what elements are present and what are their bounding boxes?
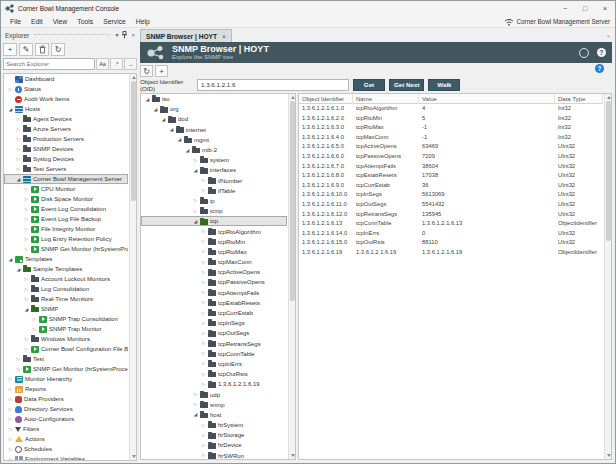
expander-icon[interactable]: ▷ [15, 367, 22, 372]
tree-item[interactable]: ▷File Integrity Monitor [4, 224, 128, 234]
tree-item[interactable]: ▷tcpMaxConn [141, 257, 287, 267]
refresh-button[interactable]: ↻ [140, 65, 153, 77]
expander-icon[interactable]: ▷ [200, 178, 207, 183]
tree-item[interactable]: ▷tcpOutSegs [141, 328, 287, 338]
delete-button[interactable] [35, 43, 49, 56]
tree-item[interactable]: ▷Real-Time Monitors [4, 294, 128, 304]
expander-icon[interactable]: ▷ [200, 331, 207, 336]
menu-edit[interactable]: Edit [26, 18, 48, 25]
expander-icon[interactable]: ▷ [192, 392, 199, 397]
expander-icon[interactable]: ▷ [23, 237, 30, 242]
table-row[interactable]: 1.3.6.1.2.1.6.14.0tcpInErrs0UInt32 [299, 229, 603, 239]
column-header-oid[interactable]: Object Identifier [299, 94, 353, 104]
expander-icon[interactable]: ◢ [192, 412, 199, 417]
server-connection[interactable]: Corner Bowl Management Server [504, 15, 610, 28]
expander-icon[interactable]: ▷ [23, 287, 30, 292]
get-button[interactable]: Get [353, 79, 385, 91]
tree-item[interactable]: ▷Account Lockout Monitors [4, 274, 128, 284]
expander-icon[interactable]: ▷ [200, 300, 207, 305]
oid-input[interactable] [197, 79, 349, 91]
tree-item[interactable]: ▷tcpCurrEstab [141, 308, 287, 318]
tree-item[interactable]: ▷Syslog Devices [4, 154, 128, 164]
tree-item[interactable]: ▷Environment Variables [4, 454, 128, 461]
tree-item[interactable]: ◢dod [141, 114, 287, 124]
tree-item[interactable]: ▷Disk Space Monitor [4, 194, 128, 204]
tree-item[interactable]: ▷SNMP Get Monitor (hrSystemProcesses) [4, 364, 128, 374]
tree-item[interactable]: ▷Monitor Hierarchy [4, 374, 128, 384]
menu-tools[interactable]: Tools [72, 18, 98, 25]
tree-item[interactable]: ▷Reports [4, 384, 128, 394]
tree-item[interactable]: ▷hrDevice [141, 440, 287, 450]
table-row[interactable]: 1.3.6.1.2.1.6.7.0tcpAttemptFails38604UIn… [299, 162, 603, 172]
tree-item[interactable]: ◢Sample Templates [4, 264, 128, 274]
expander-icon[interactable]: ▷ [192, 402, 199, 407]
tree-item[interactable]: ▷SNMP Devices [4, 144, 128, 154]
expander-icon[interactable]: ▷ [7, 447, 14, 452]
expander-icon[interactable]: ◢ [160, 117, 167, 122]
tree-item[interactable]: ▷tcpRtoAlgorithm [141, 226, 287, 236]
expander-icon[interactable]: ◢ [23, 307, 30, 312]
expander-icon[interactable]: ▷ [192, 209, 199, 214]
tree-item[interactable]: ▷tcpOutRsts [141, 369, 287, 379]
expander-icon[interactable]: ▷ [7, 87, 14, 92]
tree-item[interactable]: ▷SNMP Trap Consolidation [4, 314, 128, 324]
tree-item[interactable]: ▷Windows Monitors [4, 334, 128, 344]
expander-icon[interactable]: ▷ [192, 198, 199, 203]
expander-icon[interactable]: ▷ [200, 311, 207, 316]
tree-item[interactable]: ◢interfaces [141, 165, 287, 175]
tree-item[interactable]: ▷tcpRtoMax [141, 247, 287, 257]
explorer-scrollbar[interactable] [129, 74, 136, 460]
expander-icon[interactable]: ▷ [200, 239, 207, 244]
tree-item[interactable]: ◢iso [141, 94, 287, 104]
tree-item[interactable]: ▷Log Consolidation [4, 284, 128, 294]
expander-icon[interactable]: ▷ [23, 217, 30, 222]
expander-icon[interactable]: ▷ [23, 337, 30, 342]
table-row[interactable]: 1.3.6.1.2.1.6.15.0tcpOutRsts88110UInt32 [299, 238, 603, 248]
tree-item[interactable]: ▷Filters [4, 424, 128, 434]
expander-icon[interactable]: ▷ [23, 207, 30, 212]
tree-item[interactable]: ▷Log Entry Retention Policy [4, 234, 128, 244]
tree-item[interactable]: ◢org [141, 104, 287, 114]
tree-item[interactable]: ▷ifNumber [141, 176, 287, 186]
tree-item[interactable]: ▷tcpInSegs [141, 318, 287, 328]
tree-item[interactable]: ▷hrSWRun [141, 451, 287, 460]
expander-icon[interactable]: ▷ [200, 270, 207, 275]
expander-icon[interactable]: ▷ [7, 457, 14, 462]
expander-icon[interactable]: ▷ [200, 433, 207, 438]
tree-item[interactable]: ▷Data Providers [4, 394, 128, 404]
tree-item[interactable]: ◢mib-2 [141, 145, 287, 155]
expander-icon[interactable]: ▷ [23, 277, 30, 282]
tree-item[interactable]: ▷Schedules [4, 444, 128, 454]
expander-icon[interactable]: ▷ [7, 387, 14, 392]
expander-icon[interactable]: ▷ [15, 147, 22, 152]
tree-item[interactable]: ◢SNMP [4, 304, 128, 314]
expander-icon[interactable]: ▷ [200, 382, 207, 387]
edit-button[interactable]: ✎ [19, 43, 33, 56]
tree-item[interactable]: ▷Status [4, 84, 128, 94]
tree-item[interactable]: ▷Directory Services [4, 404, 128, 414]
tree-item[interactable]: ▷ip [141, 196, 287, 206]
table-row[interactable]: 1.3.6.1.2.1.6.191.3.6.1.2.1.6.191.3.6.1.… [299, 248, 603, 258]
table-row[interactable]: 1.3.6.1.2.1.6.9.0tcpCurrEstab36UInt32 [299, 181, 603, 191]
tree-item[interactable]: ▷ifTable [141, 186, 287, 196]
tree-item[interactable]: ▷tcpPassiveOpens [141, 277, 287, 287]
expander-icon[interactable]: ◢ [152, 107, 159, 112]
tree-item[interactable]: ▷tcpActiveOpens [141, 267, 287, 277]
tree-item[interactable]: ▷Corner Bowl Configuration File Backup [4, 344, 128, 354]
column-header-value[interactable]: Value [419, 94, 555, 104]
chevron-down-icon[interactable]: ⌄ [606, 31, 611, 38]
pin-icon[interactable] [121, 31, 128, 39]
expander-icon[interactable]: ▷ [192, 158, 199, 163]
menu-help[interactable]: Help [131, 18, 155, 25]
tree-item[interactable]: ◢tcp [141, 216, 287, 226]
table-row[interactable]: 1.3.6.1.2.1.6.4.0tcpMaxConn-1Int32 [299, 133, 603, 143]
expander-icon[interactable]: ▷ [23, 187, 30, 192]
tree-item[interactable]: ▷tcpRtoMin [141, 237, 287, 247]
tree-item[interactable]: ▷snmp [141, 400, 287, 410]
table-row[interactable]: 1.3.6.1.2.1.6.2.0tcpRtoMin5Int32 [299, 114, 603, 124]
tree-item[interactable]: ▷tcpInErrs [141, 359, 287, 369]
table-row[interactable]: 1.3.6.1.2.1.6.5.0tcpActiveOpens63469UInt… [299, 142, 603, 152]
expander-icon[interactable]: ▷ [23, 297, 30, 302]
expander-icon[interactable]: ◢ [144, 97, 151, 102]
expander-icon[interactable]: ▷ [7, 427, 14, 432]
